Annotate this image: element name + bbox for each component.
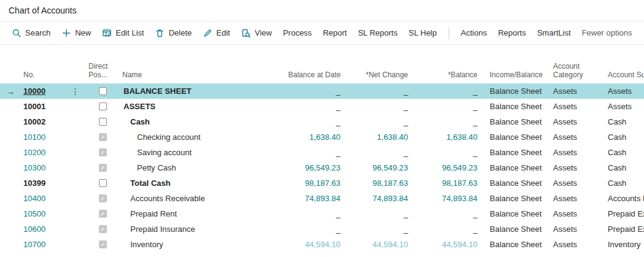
net-change-cell[interactable]: 44,594.10 [344, 240, 412, 249]
table-row[interactable]: 10100✓Checking account1,638.401,638.401,… [0, 129, 644, 145]
income-balance-cell[interactable]: Balance Sheet [481, 148, 546, 157]
income-balance-cell[interactable]: Balance Sheet [481, 132, 546, 142]
amount-drilldown-link[interactable]: 74,893.84 [442, 194, 477, 203]
account-subcategory-cell[interactable]: Cash [598, 163, 644, 172]
account-name-cell[interactable]: Cash [120, 117, 286, 126]
amount-drilldown-link[interactable]: 98,187.63 [442, 178, 477, 188]
account-subcategory-cell[interactable]: Prepaid Expenses [598, 224, 644, 234]
toolbar-report-button[interactable]: Report [317, 25, 352, 41]
account-category-cell[interactable]: Assets [546, 117, 598, 126]
toolbar-view-button[interactable]: View [235, 25, 277, 42]
account-name-cell[interactable]: Prepaid Rent [120, 209, 286, 218]
account-subcategory-cell[interactable]: Cash [598, 117, 644, 126]
toolbar-reports-button[interactable]: Reports [492, 25, 532, 41]
toolbar-process-button[interactable]: Process [277, 25, 317, 41]
account-name-cell[interactable]: ASSETS [120, 102, 286, 111]
account-name-cell[interactable]: Saving account [120, 148, 286, 157]
income-balance-cell[interactable]: Balance Sheet [481, 163, 546, 172]
amount-drilldown-link[interactable]: 44,594.10 [442, 240, 477, 249]
account-subcategory-cell[interactable]: Inventory [598, 240, 644, 249]
table-row[interactable]: →10000⋮BALANCE SHEET___Balance SheetAsse… [0, 83, 644, 99]
toolbar-search-button[interactable]: Search [6, 25, 56, 42]
account-no-link[interactable]: 10001 [23, 102, 45, 111]
table-row[interactable]: 10399Total Cash98,187.6398,187.6398,187.… [0, 175, 644, 191]
table-row[interactable]: 10300✓Petty Cash96,549.2396,549.2396,549… [0, 160, 644, 175]
table-row[interactable]: 10500✓Prepaid Rent___Balance SheetAssets… [0, 206, 644, 221]
direct-posting-checkbox[interactable]: ✓ [99, 164, 107, 172]
account-no-link[interactable]: 10399 [23, 178, 45, 188]
net-change-cell[interactable]: 98,187.63 [344, 178, 412, 188]
amount-drilldown-link[interactable]: 44,594.10 [372, 240, 408, 249]
account-subcategory-cell[interactable]: Assets [598, 86, 644, 96]
account-category-cell[interactable]: Assets [546, 132, 598, 142]
direct-posting-checkbox[interactable] [99, 179, 107, 187]
table-row[interactable]: 10700✓Inventory44,594.1044,594.1044,594.… [0, 237, 644, 252]
net-change-cell[interactable]: 1,638.40 [344, 132, 412, 142]
toolbar-new-button[interactable]: New [56, 25, 96, 42]
account-no-link[interactable]: 10500 [23, 209, 45, 218]
account-name-cell[interactable]: Petty Cash [120, 163, 286, 172]
table-row[interactable]: 10200✓Saving account___Balance SheetAsse… [0, 145, 644, 160]
direct-posting-checkbox[interactable] [99, 118, 107, 126]
column-header-net-change[interactable]: *Net Change [344, 71, 412, 79]
account-category-cell[interactable]: Assets [546, 102, 598, 111]
account-no-link[interactable]: 10002 [23, 117, 45, 126]
column-header-direct-pos[interactable]: Direct Pos... [86, 62, 120, 79]
column-header-account-subcategory[interactable]: Account Subcategory [598, 71, 644, 79]
account-no-link[interactable]: 10100 [23, 132, 45, 142]
column-header-balance[interactable]: *Balance [412, 71, 481, 79]
income-balance-cell[interactable]: Balance Sheet [481, 224, 546, 234]
account-subcategory-cell[interactable]: Accounts Receivable [598, 194, 644, 203]
account-name-cell[interactable]: Checking account [120, 132, 286, 142]
account-name-cell[interactable]: Total Cash [120, 178, 286, 188]
column-header-account-category[interactable]: Account Category [546, 62, 598, 79]
balance-at-date-cell[interactable]: 44,594.10 [286, 240, 344, 249]
account-no-link[interactable]: 10000 [23, 86, 45, 96]
table-row[interactable]: 10600✓Prepaid Insurance___Balance SheetA… [0, 221, 644, 237]
account-no-link[interactable]: 10300 [23, 163, 45, 172]
direct-posting-checkbox[interactable]: ✓ [99, 240, 107, 248]
direct-posting-checkbox[interactable]: ✓ [99, 225, 107, 233]
income-balance-cell[interactable]: Balance Sheet [481, 194, 546, 203]
account-category-cell[interactable]: Assets [546, 194, 598, 203]
toolbar-sl-help-button[interactable]: SL Help [403, 25, 442, 41]
balance-at-date-cell[interactable]: 1,638.40 [286, 132, 344, 142]
table-row[interactable]: 10400✓Accounts Receivable74,893.8474,893… [0, 191, 644, 206]
table-row[interactable]: 10001ASSETS___Balance SheetAssetsAssets [0, 99, 644, 114]
toolbar-actions-button[interactable]: Actions [455, 25, 493, 41]
column-header-no[interactable]: No. [21, 71, 65, 79]
amount-drilldown-link[interactable]: 98,187.63 [372, 178, 408, 188]
balance-cell[interactable]: 96,549.23 [412, 163, 481, 172]
account-subcategory-cell[interactable]: Cash [598, 148, 644, 157]
amount-drilldown-link[interactable]: 1,638.40 [446, 132, 477, 142]
account-subcategory-cell[interactable]: Prepaid Expenses [598, 209, 644, 218]
account-no-link[interactable]: 10200 [23, 148, 45, 157]
direct-posting-checkbox[interactable] [99, 87, 107, 95]
account-category-cell[interactable]: Assets [546, 209, 598, 218]
balance-at-date-cell[interactable]: 74,893.84 [286, 194, 344, 203]
account-name-cell[interactable]: BALANCE SHEET [120, 86, 286, 96]
toolbar-delete-button[interactable]: Delete [149, 25, 197, 42]
toolbar-edit-list-button[interactable]: Edit List [96, 25, 149, 42]
net-change-cell[interactable]: 74,893.84 [344, 194, 412, 203]
income-balance-cell[interactable]: Balance Sheet [481, 209, 546, 218]
income-balance-cell[interactable]: Balance Sheet [481, 178, 546, 188]
row-context-menu-icon[interactable]: ⋮ [67, 86, 84, 96]
balance-cell[interactable]: 74,893.84 [412, 194, 481, 203]
toolbar-sl-reports-button[interactable]: SL Reports [352, 25, 403, 41]
balance-cell[interactable]: 44,594.10 [412, 240, 481, 249]
amount-drilldown-link[interactable]: 44,594.10 [305, 240, 340, 249]
toolbar-fewer-options-button[interactable]: Fewer options [576, 25, 638, 41]
direct-posting-checkbox[interactable]: ✓ [99, 133, 107, 141]
account-category-cell[interactable]: Assets [546, 163, 598, 172]
toolbar-edit-button[interactable]: Edit [197, 25, 235, 42]
income-balance-cell[interactable]: Balance Sheet [481, 102, 546, 111]
amount-drilldown-link[interactable]: 74,893.84 [305, 194, 340, 203]
account-name-cell[interactable]: Accounts Receivable [120, 194, 286, 203]
account-category-cell[interactable]: Assets [546, 224, 598, 234]
account-category-cell[interactable]: Assets [546, 178, 598, 188]
toolbar-smartlist-button[interactable]: SmartList [532, 25, 576, 41]
account-name-cell[interactable]: Prepaid Insurance [120, 224, 286, 234]
direct-posting-checkbox[interactable]: ✓ [99, 194, 107, 202]
amount-drilldown-link[interactable]: 74,893.84 [372, 194, 408, 203]
